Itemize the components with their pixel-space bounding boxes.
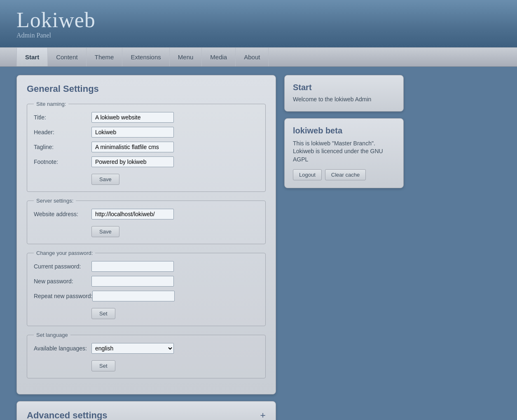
current-password-label: Current password: [34, 263, 91, 270]
sidebar-start-card: Start Welcome to the lokiweb Admin [284, 75, 404, 112]
site-naming-save-button[interactable]: Save [91, 174, 119, 185]
advanced-settings-card[interactable]: Advanced settings + [16, 401, 276, 420]
website-address-input[interactable] [91, 209, 174, 219]
nav-item-theme[interactable]: Theme [87, 48, 123, 66]
current-password-input[interactable] [91, 261, 174, 272]
repeat-password-input[interactable] [92, 291, 175, 301]
set-language-legend: Set language [34, 332, 70, 338]
logout-button[interactable]: Logout [293, 169, 322, 180]
password-set-button[interactable]: Set [91, 308, 115, 319]
header-label: Header: [34, 129, 91, 135]
nav-item-start[interactable]: Start [16, 48, 48, 66]
header-input[interactable] [91, 127, 174, 138]
site-subtitle: Admin Panel [16, 32, 96, 39]
sidebar-start-text: Welcome to the lokiweb Admin [293, 96, 395, 104]
new-password-label: New password: [34, 278, 91, 285]
footnote-row: Footnote: [34, 156, 259, 167]
sidebar-beta-text: This is lokiweb "Master Branch". Lokiweb… [293, 140, 395, 164]
general-settings-card: General Settings Site naming: Title: Hea… [16, 75, 276, 394]
available-languages-row: Available languages: english [34, 343, 259, 354]
repeat-password-row: Repeat new password: [34, 291, 259, 301]
title-label: Title: [34, 114, 91, 121]
current-password-row: Current password: [34, 261, 259, 272]
nav-item-content[interactable]: Content [48, 48, 87, 66]
nav-item-about[interactable]: About [236, 48, 269, 66]
new-password-row: New password: [34, 276, 259, 287]
footnote-label: Footnote: [34, 159, 91, 165]
password-set-row: Set [34, 306, 259, 319]
nav-item-menu[interactable]: Menu [170, 48, 202, 66]
server-save-button[interactable]: Save [91, 226, 119, 237]
expand-icon: + [260, 410, 266, 420]
set-language-fieldset: Set language Available languages: englis… [27, 332, 266, 378]
available-languages-label: Available languages: [34, 345, 91, 352]
sidebar-beta-title: lokiweb beta [293, 126, 395, 135]
sidebar-actions: Logout Clear cache [293, 169, 395, 180]
tagline-input[interactable] [91, 142, 174, 152]
site-naming-fieldset: Site naming: Title: Header: Tagline: Foo… [27, 101, 266, 192]
footnote-input[interactable] [91, 156, 174, 167]
tagline-label: Tagline: [34, 144, 91, 150]
nav-bar: Start Content Theme Extensions Menu Medi… [0, 47, 517, 67]
title-row: Title: [34, 112, 259, 123]
site-naming-legend: Site naming: [34, 101, 68, 107]
sidebar-start-title: Start [293, 83, 395, 92]
site-title: Lokiweb [16, 8, 96, 32]
nav-item-media[interactable]: Media [202, 48, 236, 66]
general-settings-title: General Settings [27, 84, 266, 94]
server-settings-legend: Server settings: [34, 198, 76, 204]
title-input[interactable] [91, 112, 174, 123]
nav-item-extensions[interactable]: Extensions [122, 48, 169, 66]
website-address-row: Website address: [34, 209, 259, 219]
header-row: Header: [34, 127, 259, 138]
tagline-row: Tagline: [34, 142, 259, 152]
repeat-password-label: Repeat new password: [34, 293, 92, 299]
main-panel: General Settings Site naming: Title: Hea… [16, 75, 276, 420]
language-set-row: Set [34, 358, 259, 371]
site-header: Lokiweb Admin Panel [0, 0, 517, 47]
server-settings-fieldset: Server settings: Website address: Save [27, 198, 266, 244]
website-address-label: Website address: [34, 211, 91, 217]
clear-cache-button[interactable]: Clear cache [325, 169, 366, 180]
sidebar-beta-card: lokiweb beta This is lokiweb "Master Bra… [284, 118, 404, 189]
language-select[interactable]: english [91, 343, 174, 354]
site-naming-save-row: Save [34, 171, 259, 185]
new-password-input[interactable] [91, 276, 174, 287]
sidebar: Start Welcome to the lokiweb Admin lokiw… [284, 75, 404, 195]
change-password-legend: Change your password: [34, 250, 95, 256]
content-area: General Settings Site naming: Title: Hea… [0, 67, 517, 420]
language-set-button[interactable]: Set [91, 360, 115, 371]
advanced-settings-title: Advanced settings [27, 410, 108, 420]
server-save-row: Save [34, 224, 259, 237]
change-password-fieldset: Change your password: Current password: … [27, 250, 266, 326]
